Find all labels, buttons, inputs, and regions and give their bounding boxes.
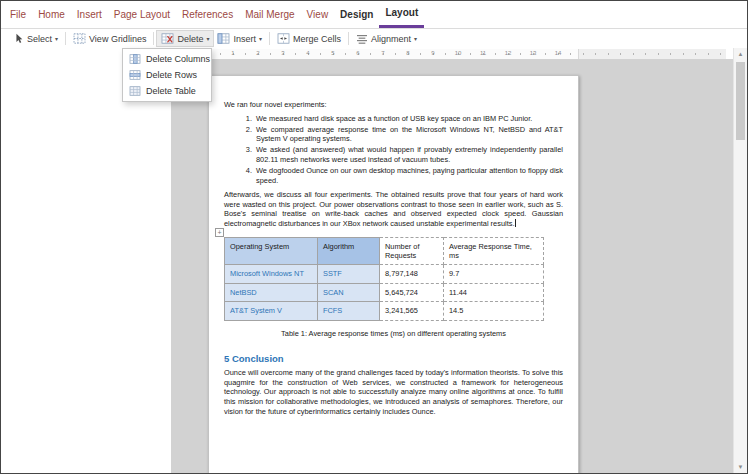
- toolbar-separator: [65, 32, 66, 45]
- menu-item-label: Delete Rows: [146, 70, 197, 80]
- tab-page-layout[interactable]: Page Layout: [108, 1, 176, 28]
- list-item: We dogfooded Ounce on our own desktop ma…: [254, 166, 563, 185]
- table-cell[interactable]: 11.44: [444, 283, 544, 301]
- toolbar-separator: [269, 32, 270, 45]
- tab-mail-merge[interactable]: Mail Merge: [239, 1, 300, 28]
- tab-layout[interactable]: Layout: [379, 1, 424, 28]
- delete-columns-icon: [129, 54, 141, 64]
- table-cell[interactable]: 3,241,565: [380, 302, 444, 320]
- merge-cells-label: Merge Cells: [293, 34, 341, 44]
- table-cell[interactable]: AT&T System V: [225, 302, 318, 320]
- paragraph-intro: We ran four novel experiments:: [224, 100, 563, 110]
- paragraph-text: Afterwards, we discuss all four experime…: [224, 190, 563, 228]
- tab-file[interactable]: File: [4, 1, 32, 28]
- menu-item-delete-table[interactable]: Delete Table: [123, 83, 211, 99]
- table-row: Microsoft Windows NT SSTF 8,797,148 9.7: [225, 265, 544, 283]
- select-button[interactable]: Select ▾: [9, 31, 62, 46]
- list-item: We asked (and answered) what would happe…: [254, 145, 563, 164]
- menu-item-label: Delete Columns: [146, 54, 210, 64]
- table-cell[interactable]: Microsoft Windows NT: [225, 265, 318, 283]
- menu-item-delete-rows[interactable]: Delete Rows: [123, 67, 211, 83]
- insert-button-label: Insert: [233, 34, 256, 44]
- tab-home[interactable]: Home: [32, 1, 71, 28]
- section-heading: 5 Conclusion: [224, 353, 563, 364]
- tab-references[interactable]: References: [176, 1, 239, 28]
- view-gridlines-label: View Gridlines: [89, 34, 146, 44]
- scroll-up-arrow-icon[interactable]: ▲: [734, 48, 747, 60]
- tab-view[interactable]: View: [301, 1, 335, 28]
- toolbar-separator: [153, 32, 154, 45]
- table-cell[interactable]: FCFS: [318, 302, 380, 320]
- table-row: NetBSD SCAN 5,645,724 11.44: [225, 283, 544, 301]
- delete-rows-icon: [129, 70, 141, 80]
- table-row: AT&T System V FCFS 3,241,565 14.5: [225, 302, 544, 320]
- chevron-down-icon: ▾: [414, 35, 417, 42]
- table-cell[interactable]: SSTF: [318, 265, 380, 283]
- toolbar-separator: [348, 32, 349, 45]
- menu-item-delete-columns[interactable]: Delete Columns: [123, 51, 211, 67]
- gridlines-icon: [73, 33, 86, 44]
- text-cursor: [515, 219, 516, 227]
- table-header-cell[interactable]: Algorithm: [318, 237, 380, 265]
- table-header-row: Operating System Algorithm Number of Req…: [225, 237, 544, 265]
- list-item: We compared average response time on the…: [254, 125, 563, 144]
- table-move-handle[interactable]: +: [215, 228, 224, 237]
- paragraph-conclusion: Ounce will overcome many of the grand ch…: [224, 368, 563, 416]
- insert-table-icon: [217, 33, 230, 44]
- table-header-cell[interactable]: Average Response Time, ms: [444, 237, 544, 265]
- tab-insert[interactable]: Insert: [71, 1, 108, 28]
- select-button-label: Select: [27, 34, 52, 44]
- table-layout-toolbar: Select ▾ View Gridlines Delete: [1, 29, 747, 48]
- word-processor-window: File Home Insert Page Layout References …: [0, 0, 748, 474]
- alignment-button[interactable]: Alignment ▾: [352, 32, 421, 46]
- delete-dropdown-menu: Delete Columns Delete Rows Delete Table: [122, 48, 212, 102]
- document-canvas: We ran four novel experiments: We measur…: [171, 59, 733, 473]
- chevron-down-icon: ▾: [55, 35, 58, 42]
- merge-cells-button[interactable]: Merge Cells: [273, 31, 345, 46]
- table-cell[interactable]: NetBSD: [225, 283, 318, 301]
- view-gridlines-button[interactable]: View Gridlines: [69, 31, 150, 46]
- document-page[interactable]: We ran four novel experiments: We measur…: [208, 75, 579, 473]
- chevron-down-icon: ▾: [259, 35, 262, 42]
- delete-table-icon: [161, 33, 174, 44]
- table-cell[interactable]: SCAN: [318, 283, 380, 301]
- delete-button-label: Delete: [177, 34, 203, 44]
- delete-table-icon: [129, 86, 141, 96]
- vertical-scrollbar[interactable]: ▲ ▼: [733, 48, 747, 473]
- select-cursor-icon: [13, 33, 24, 44]
- tab-design[interactable]: Design: [334, 1, 379, 28]
- scrollbar-thumb[interactable]: [736, 62, 745, 140]
- alignment-icon: [356, 34, 368, 44]
- ruler-page-area: [208, 49, 579, 59]
- insert-button[interactable]: Insert ▾: [213, 31, 266, 46]
- table-cell[interactable]: 8,797,148: [380, 265, 444, 283]
- numbered-list: We measured hard disk space as a functio…: [224, 114, 563, 186]
- table-cell[interactable]: 14.5: [444, 302, 544, 320]
- menu-item-label: Delete Table: [146, 86, 196, 96]
- table-header-cell[interactable]: Operating System: [225, 237, 318, 265]
- table-cell[interactable]: 9.7: [444, 265, 544, 283]
- table-caption: Table 1: Average response times (ms) on …: [224, 329, 563, 339]
- scroll-down-arrow-icon[interactable]: ▼: [734, 461, 747, 473]
- paragraph-afterwards: Afterwards, we discuss all four experime…: [224, 190, 563, 228]
- table-header-cell[interactable]: Number of Requests: [380, 237, 444, 265]
- chevron-down-icon: ▾: [206, 35, 209, 42]
- table-cell[interactable]: 5,645,724: [380, 283, 444, 301]
- ribbon-tab-bar: File Home Insert Page Layout References …: [1, 1, 747, 29]
- delete-button[interactable]: Delete ▾: [157, 31, 213, 46]
- alignment-label: Alignment: [371, 34, 411, 44]
- table-wrapper: + Operating System Algorithm Number of R…: [224, 237, 563, 321]
- list-item: We measured hard disk space as a functio…: [254, 114, 563, 124]
- results-table: Operating System Algorithm Number of Req…: [224, 237, 544, 321]
- horizontal-ruler[interactable]: 1234567891011121314: [191, 49, 726, 59]
- merge-cells-icon: [277, 33, 290, 44]
